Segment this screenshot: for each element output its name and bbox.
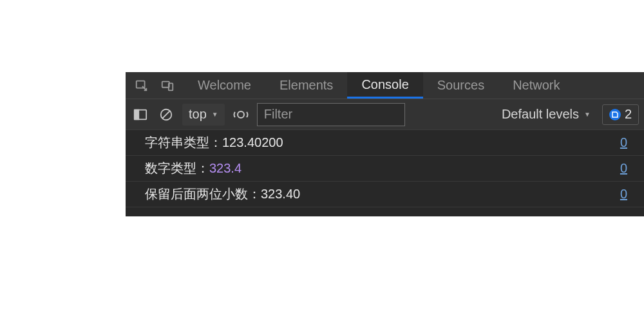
inspect-icon[interactable]: [135, 79, 149, 93]
log-value: 123.40200: [222, 135, 283, 150]
svg-point-7: [238, 111, 244, 118]
tab-welcome[interactable]: Welcome: [184, 72, 265, 99]
issues-badge[interactable]: 2: [602, 104, 639, 125]
log-source-link[interactable]: 0: [620, 135, 627, 150]
log-row: 字符串类型： 123.40200 0: [126, 130, 644, 156]
tab-network[interactable]: Network: [498, 72, 574, 99]
log-value: 323.40: [261, 187, 300, 202]
issues-icon: [609, 109, 621, 120]
dropdown-triangle-icon: ▼: [212, 111, 218, 118]
filter-input[interactable]: [257, 103, 405, 126]
levels-label: Default levels: [502, 107, 579, 122]
log-source-link[interactable]: 0: [620, 187, 627, 202]
log-label: 保留后面两位小数：: [145, 185, 261, 203]
live-expression-icon[interactable]: [231, 105, 251, 124]
console-toolbar: top ▼ Default levels ▼ 2: [126, 99, 644, 130]
console-output: 字符串类型： 123.40200 0 数字类型： 323.4 0 保留后面两位小…: [126, 130, 644, 216]
device-toggle-icon[interactable]: [160, 79, 175, 93]
dropdown-triangle-icon: ▼: [584, 111, 591, 118]
clear-console-icon[interactable]: [156, 105, 176, 124]
execution-context-selector[interactable]: top ▼: [182, 104, 225, 126]
log-label: 数字类型：: [145, 160, 209, 177]
devtools-panel: Welcome Elements Console Sources Network…: [126, 82, 644, 216]
tab-elements[interactable]: Elements: [265, 72, 347, 99]
issues-count: 2: [625, 107, 632, 122]
context-label: top: [189, 107, 207, 122]
tab-sources[interactable]: Sources: [423, 72, 498, 99]
toolbar-left-icons: [126, 79, 184, 93]
svg-line-6: [163, 111, 170, 118]
log-levels-selector[interactable]: Default levels ▼: [502, 107, 591, 122]
tab-strip: Welcome Elements Console Sources Network: [126, 72, 644, 99]
log-label: 字符串类型：: [145, 134, 222, 151]
tab-console[interactable]: Console: [347, 72, 422, 99]
log-value: 323.4: [209, 161, 242, 176]
log-row: 数字类型： 323.4 0: [126, 156, 644, 182]
log-source-link[interactable]: 0: [620, 161, 627, 176]
log-row: 保留后面两位小数： 323.40 0: [126, 182, 644, 207]
console-prompt-area[interactable]: [126, 207, 644, 216]
toggle-sidebar-icon[interactable]: [131, 105, 150, 124]
svg-rect-4: [135, 109, 138, 119]
